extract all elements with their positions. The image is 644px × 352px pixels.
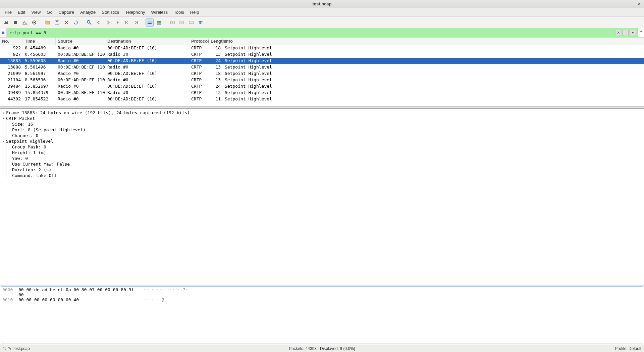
col-header-dst[interactable]: Destination [105,38,189,45]
packet-row[interactable]: 9270.45660300:DE:AD:BE:EF (10)Radio #0CR… [0,51,644,58]
clear-filter-icon[interactable]: ✕ [615,30,621,36]
zoom-reset-icon[interactable]: 1:1 [187,18,195,27]
edit-icon[interactable]: ✎ [8,346,11,351]
menu-capture[interactable]: Capture [56,9,77,16]
hex-row[interactable]: 0000 00 00 de ad be ef 0a 00 80 07 00 00… [2,287,642,297]
window-title: test.pcap [312,1,331,6]
tree-sp-ucy[interactable]: Use Current Yaw: False [11,161,644,167]
tree-setpoint[interactable]: ▾Setpoint Highlevel [0,138,644,144]
go-forward-icon[interactable] [104,18,112,27]
packet-row[interactable]: 211048.56359600:DE:AD:BE:EF (10)Radio #0… [0,77,644,83]
close-icon[interactable]: ✕ [637,1,642,6]
open-file-icon[interactable] [44,18,52,27]
colorize-icon[interactable] [155,18,163,27]
expand-icon[interactable]: ▸ [1,111,6,115]
cell-src: Radio #0 [56,58,105,64]
cell-proto: CRTP [189,45,209,51]
tree-sp-group[interactable]: Group Mask: 0 [11,144,644,150]
col-header-proto[interactable]: Protocol [189,38,209,45]
reload-icon[interactable] [72,18,80,27]
cell-info: Setpoint Highlevel [223,45,644,51]
apply-filter-icon[interactable]: → [623,30,629,36]
menu-help[interactable]: Help [187,9,202,16]
tree-sp-dur[interactable]: Duration: 2 (s) [11,167,644,173]
tree-sp-height[interactable]: Height: 1 (m) [11,150,644,156]
menu-wireless[interactable]: Wireless [148,9,170,16]
menu-file[interactable]: File [2,9,14,16]
packet-list[interactable]: No. Time Source Destination Protocol Len… [0,38,644,106]
hex-row[interactable]: 0010 00 00 00 00 00 00 00 40 ·······@ [2,297,642,302]
packet-row[interactable]: 3948415.852697Radio #000:DE:AD:BE:EF (10… [0,83,644,90]
col-header-src[interactable]: Source [56,38,105,45]
statusbar: ✎ test.pcap Packets: 44393 · Displayed: … [0,345,644,352]
cell-dst: 00:DE:AD:BE:EF (10) [105,45,189,51]
find-icon[interactable] [85,18,93,27]
jump-to-icon[interactable] [113,18,121,27]
capture-options-icon[interactable] [30,18,38,27]
packet-row[interactable]: 9220.454489Radio #000:DE:AD:BE:EF (10)CR… [0,45,644,51]
start-capture-icon[interactable] [2,18,10,27]
go-back-icon[interactable] [95,18,103,27]
packet-row[interactable]: 138835.559608Radio #000:DE:AD:BE:EF (10)… [0,58,644,64]
tree-crtp[interactable]: ▾CRTP Packet [0,116,644,121]
packet-row[interactable]: 138885.56149600:DE:AD:BE:EF (10)Radio #0… [0,64,644,71]
resize-columns-icon[interactable] [197,18,205,27]
save-file-icon[interactable] [53,18,61,27]
first-packet-icon[interactable] [123,18,131,27]
col-header-info[interactable]: Info [223,38,644,45]
cell-time: 5.559608 [23,58,56,64]
cell-src: 00:DE:AD:BE:EF (10) [56,77,105,83]
cell-dst: 00:DE:AD:BE:EF (10) [105,58,189,64]
tree-crtp-port[interactable]: Port: 8 (Setpoint Highlevel) [11,127,644,133]
close-file-icon[interactable] [62,18,70,27]
hex-offset: 0010 [2,297,14,302]
menu-edit[interactable]: Edit [15,9,28,16]
packet-row[interactable]: 3948915.85437900:DE:AD:BE:EF (10)Radio #… [0,90,644,96]
status-profile[interactable]: Profile: Default [428,346,641,351]
cell-proto: CRTP [189,71,209,77]
stop-capture-icon[interactable] [11,18,19,27]
tree-sp-cmd[interactable]: Command: Take Off [11,173,644,178]
restart-capture-icon[interactable] [21,18,29,27]
collapse-icon[interactable]: ▾ [1,117,6,120]
cell-len: 11 [209,96,223,102]
collapse-icon[interactable]: ▾ [1,139,6,143]
add-filter-button[interactable]: ＋ [638,28,644,34]
menu-statistics[interactable]: Statistics [99,9,122,16]
cell-dst: Radio #0 [105,77,189,83]
hex-dump[interactable]: 0000 00 00 de ad be ef 0a 00 80 07 00 00… [1,286,643,344]
filter-history-icon[interactable]: ▾ [630,30,636,36]
packet-details[interactable]: ▸Frame 13883: 24 bytes on wire (192 bits… [0,108,644,285]
packet-row[interactable]: 210998.561997Radio #000:DE:AD:BE:EF (10)… [0,71,644,77]
cell-info: Setpoint Highlevel [223,83,644,90]
hex-offset: 0000 [2,287,14,297]
packet-list-header: No. Time Source Destination Protocol Len… [0,38,644,45]
tree-crtp-size[interactable]: Size: 16 [11,121,644,127]
menu-telephony[interactable]: Telephony [122,9,148,16]
expert-info-icon[interactable] [3,347,6,350]
menu-tools[interactable]: Tools [171,9,186,16]
svg-rect-4 [56,20,58,22]
svg-rect-0 [14,21,17,24]
cell-src: 00:DE:AD:BE:EF (10) [56,64,105,71]
last-packet-icon[interactable] [132,18,140,27]
zoom-in-icon[interactable] [168,18,176,27]
status-file: test.pcap [13,346,30,351]
col-header-time[interactable]: Time [23,38,56,45]
bookmark-icon[interactable] [0,28,7,37]
tree-frame[interactable]: ▸Frame 13883: 24 bytes on wire (192 bits… [0,110,644,116]
menu-view[interactable]: View [29,9,43,16]
col-header-len[interactable]: Length [209,38,223,45]
menu-analyze[interactable]: Analyze [77,9,98,16]
packet-row[interactable]: 4439217.854522Radio #000:DE:AD:BE:EF (10… [0,96,644,102]
display-filter-input[interactable] [7,28,613,37]
tree-crtp-channel[interactable]: Channel: 0 [11,133,644,138]
tree-sp-yaw[interactable]: Yaw: 0 [11,156,644,161]
zoom-out-icon[interactable] [178,18,186,27]
status-packets: Packets: 44393 · Displayed: 9 (0.0%) [216,346,429,351]
menu-go[interactable]: Go [44,9,55,16]
col-header-no[interactable]: No. [0,38,23,45]
svg-point-5 [87,20,90,23]
cell-src: 00:DE:AD:BE:EF (10) [56,90,105,96]
auto-scroll-icon[interactable] [146,18,154,27]
